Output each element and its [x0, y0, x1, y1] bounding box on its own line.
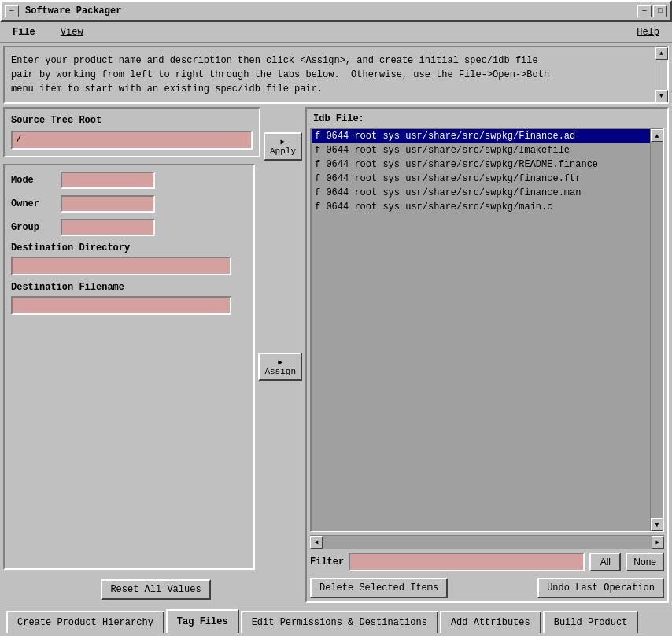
idb-scroll-track [651, 142, 663, 518]
menu-file[interactable]: File [6, 25, 42, 39]
dest-file-label: Destination Filename [11, 282, 247, 293]
list-item[interactable]: f 0644 root sys usr/share/src/swpkg/Fina… [312, 129, 650, 143]
right-panel: Idb File: f 0644 root sys usr/share/src/… [305, 107, 669, 603]
idb-label: Idb File: [307, 109, 667, 128]
maximize-button[interactable]: □ [653, 5, 667, 17]
source-tree-box: Source Tree Root [3, 107, 260, 157]
list-item[interactable]: f 0644 root sys usr/share/src/swpkg/main… [312, 200, 650, 214]
h-scroll-right-button[interactable]: ▶ [652, 536, 664, 549]
left-panel: Source Tree Root ▶ Apply Mode [3, 107, 302, 603]
apply-button[interactable]: ▶ Apply [264, 132, 302, 161]
list-item[interactable]: f 0644 root sys usr/share/src/swpkg/Imak… [312, 143, 650, 157]
tab-tag-files-label: Tag Files [177, 616, 228, 627]
content-area: Source Tree Root ▶ Apply Mode [3, 107, 669, 603]
tab-create-product-hierarchy-label: Create Product Hierarchy [17, 617, 153, 628]
group-row: Group [11, 219, 247, 236]
all-button[interactable]: All [589, 553, 621, 571]
assign-area: ▶ Assign [258, 164, 302, 570]
assign-arrow-icon: ▶ [264, 357, 296, 367]
minimize-button[interactable]: ─ [637, 5, 652, 17]
apply-label: Apply [270, 146, 296, 156]
h-scrollbar: ◀ ▶ [310, 535, 664, 548]
none-button[interactable]: None [626, 553, 664, 571]
tab-add-attributes-label: Add Attributes [451, 617, 530, 628]
owner-input[interactable] [61, 195, 155, 213]
h-scroll-track [323, 536, 652, 549]
filter-input[interactable] [349, 553, 585, 571]
reset-button[interactable]: Reset All Values [101, 579, 210, 600]
idb-list: f 0644 root sys usr/share/src/swpkg/Fina… [310, 128, 664, 532]
idb-list-content: f 0644 root sys usr/share/src/swpkg/Fina… [312, 129, 650, 531]
tab-edit-permissions-destinations[interactable]: Edit Permissions & Destinations [241, 611, 438, 633]
tab-build-product[interactable]: Build Product [543, 611, 639, 633]
mode-label: Mode [11, 175, 54, 186]
tab-edit-permissions-destinations-label: Edit Permissions & Destinations [252, 617, 427, 628]
scroll-down-button[interactable]: ▼ [655, 90, 668, 102]
scroll-up-button[interactable]: ▲ [655, 47, 668, 60]
reset-area: Reset All Values [3, 573, 302, 603]
bottom-buttons: Delete Selected Items Undo Last Operatio… [307, 575, 667, 601]
attributes-section: Mode Owner Group Destination Directory [3, 164, 302, 570]
info-text: Enter your product name and description … [11, 55, 549, 94]
menu-bar: File View Help [0, 22, 672, 43]
dest-dir-input[interactable] [11, 257, 231, 275]
list-item[interactable]: f 0644 root sys usr/share/src/swpkg/fina… [312, 186, 650, 200]
destination-file-section: Destination Filename [11, 282, 247, 315]
assign-button[interactable]: ▶ Assign [258, 353, 302, 381]
list-item[interactable]: f 0644 root sys usr/share/src/swpkg/READ… [312, 157, 650, 172]
destination-dir-section: Destination Directory [11, 242, 247, 275]
tab-bar: Create Product Hierarchy Tag Files Edit … [3, 605, 669, 633]
attributes-box: Mode Owner Group Destination Directory [3, 164, 255, 570]
source-tree-section: Source Tree Root ▶ Apply [3, 107, 302, 161]
tab-add-attributes[interactable]: Add Attributes [440, 611, 541, 633]
tab-build-product-label: Build Product [554, 617, 628, 628]
tab-tag-files[interactable]: Tag Files [166, 609, 239, 633]
filter-area: Filter All None [307, 549, 667, 575]
system-menu-button[interactable]: ─ [5, 5, 19, 17]
source-tree-label: Source Tree Root [11, 115, 253, 126]
h-scroll-left-button[interactable]: ◀ [310, 536, 323, 549]
idb-scroll-up-button[interactable]: ▲ [651, 129, 663, 142]
assign-label: Assign [264, 367, 296, 376]
apply-arrow-icon: ▶ [270, 137, 296, 146]
idb-box: Idb File: f 0644 root sys usr/share/src/… [305, 107, 669, 603]
tab-create-product-hierarchy[interactable]: Create Product Hierarchy [6, 611, 164, 633]
title-bar: ─ Software Packager ─ □ [0, 0, 672, 22]
mode-row: Mode [11, 172, 247, 189]
menu-view[interactable]: View [54, 25, 90, 39]
owner-label: Owner [11, 198, 54, 209]
mode-input[interactable] [61, 172, 155, 189]
main-container: Enter your product name and description … [0, 43, 672, 636]
owner-row: Owner [11, 195, 247, 213]
group-input[interactable] [61, 219, 155, 236]
filter-label: Filter [310, 556, 344, 568]
dest-dir-label: Destination Directory [11, 242, 247, 253]
list-item[interactable]: f 0644 root sys usr/share/src/swpkg/fina… [312, 172, 650, 186]
idb-scrollbar: ▲ ▼ [650, 129, 663, 531]
delete-selected-button[interactable]: Delete Selected Items [310, 578, 448, 598]
title-bar-buttons: ─ [5, 5, 19, 17]
idb-scroll-down-button[interactable]: ▼ [651, 518, 663, 531]
dest-file-input[interactable] [11, 296, 231, 315]
source-tree-input[interactable] [11, 131, 253, 150]
apply-area: ▶ Apply [264, 132, 302, 161]
undo-last-button[interactable]: Undo Last Operation [537, 578, 664, 598]
info-scrollbar: ▲ ▼ [655, 47, 667, 102]
group-label: Group [11, 222, 54, 233]
menu-help[interactable]: Help [630, 25, 666, 39]
window-title: Software Packager [25, 6, 637, 17]
info-box: Enter your product name and description … [3, 46, 669, 104]
